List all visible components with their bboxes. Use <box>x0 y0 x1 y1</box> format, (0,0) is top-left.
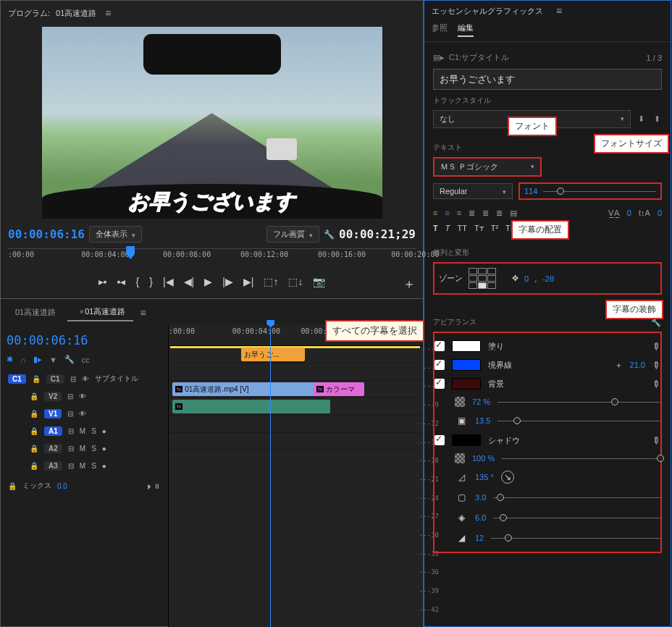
timeline-tab-active[interactable]: 01高速道路 <box>67 303 133 321</box>
font-size-slider[interactable] <box>543 188 656 195</box>
shadow-blur-value[interactable]: 12 <box>475 534 484 542</box>
track-v2[interactable]: V2 <box>44 392 62 401</box>
track-c1[interactable]: C1 <box>8 374 26 384</box>
step-back-button[interactable]: ◀| <box>184 276 195 287</box>
shadow-distance-slider[interactable] <box>493 494 660 501</box>
button-editor-icon[interactable]: ＋ <box>403 275 416 293</box>
shadow-swatch[interactable] <box>452 434 481 446</box>
go-in-button[interactable]: |◀ <box>163 276 174 287</box>
sync-lock-icon[interactable]: ⊟ <box>68 445 74 453</box>
add-stroke-icon[interactable]: ＋ <box>615 360 623 371</box>
mark-in-button[interactable]: ▸▪ <box>98 276 107 287</box>
faux-italic-icon[interactable]: T <box>445 224 450 233</box>
bg-checkbox[interactable] <box>434 379 445 389</box>
quality-select[interactable]: フル画質 <box>266 226 319 243</box>
fill-swatch[interactable] <box>452 340 481 352</box>
position-icon[interactable]: ✥ <box>512 274 518 283</box>
mute-button[interactable]: M <box>80 462 85 470</box>
solo-button[interactable]: S <box>91 462 96 470</box>
zoom-select[interactable]: 全体表示 <box>89 226 142 243</box>
lock-icon[interactable] <box>30 445 38 453</box>
shadow-blur-slider[interactable] <box>491 534 660 542</box>
allcaps-icon[interactable]: TT <box>457 224 466 233</box>
bg-swatch[interactable] <box>452 378 481 390</box>
mark-clip-button[interactable]: { <box>136 276 140 287</box>
angle-dial-icon[interactable]: ↘ <box>501 471 514 484</box>
linked-selection-icon[interactable]: ∩ <box>20 355 26 364</box>
pos-y[interactable]: -28 <box>542 274 554 283</box>
bg-size-value[interactable]: 13.5 <box>475 416 490 425</box>
subtitle-clip[interactable]: お早うご... <box>241 348 305 361</box>
stroke-swatch[interactable] <box>452 359 481 371</box>
program-timecode-in[interactable]: 00:00:06:16 <box>8 227 85 241</box>
track-row-v2[interactable] <box>169 363 423 381</box>
panel-menu-icon[interactable] <box>102 7 114 19</box>
audio-clip[interactable]: fx <box>172 400 330 413</box>
panel-menu-icon[interactable] <box>138 307 149 319</box>
sync-lock-icon[interactable]: ⊟ <box>67 392 73 400</box>
font-size-value[interactable]: 114 <box>524 187 537 195</box>
panel-menu-icon[interactable] <box>553 5 565 17</box>
lock-icon[interactable] <box>30 427 38 435</box>
tracking-value[interactable]: 0 <box>627 209 631 218</box>
program-viewport[interactable]: お早うございます <box>42 27 382 219</box>
tracking-icon[interactable]: V̲A̲ <box>608 209 620 218</box>
stroke-checkbox[interactable] <box>434 360 445 370</box>
fill-checkbox[interactable] <box>434 341 445 351</box>
mark-out-button[interactable]: ▪◂ <box>117 276 126 287</box>
bg-size-slider[interactable] <box>497 417 660 424</box>
eye-icon[interactable] <box>79 392 86 400</box>
eyedropper-icon[interactable] <box>652 360 660 371</box>
marker-icon[interactable]: ▮▸ <box>33 355 42 364</box>
timeline-timecode[interactable]: 00:00:06:16 <box>7 333 162 348</box>
shadow-angle-value[interactable]: 135 ° <box>475 473 494 481</box>
eyedropper-icon[interactable] <box>652 341 660 352</box>
baseline-icon[interactable]: t↕A <box>639 209 650 218</box>
lock-icon[interactable] <box>30 410 38 418</box>
play-button[interactable]: ▶ <box>204 276 212 287</box>
voiceover-button[interactable]: ⏵⏸ <box>146 482 161 490</box>
program-ruler[interactable]: :00:00 00:00:04:00 00:00:08:00 00:00:12:… <box>8 248 416 269</box>
sync-lock-icon[interactable]: ⊟ <box>68 462 74 470</box>
shadow-opacity-value[interactable]: 100 % <box>472 454 495 463</box>
mute-button[interactable]: M <box>80 445 85 453</box>
voiceover-button[interactable]: ● <box>102 427 106 435</box>
track-a1[interactable]: A1 <box>44 426 62 436</box>
pos-x[interactable]: 0 <box>524 274 529 283</box>
lock-icon[interactable] <box>32 375 41 383</box>
colormatte-clip[interactable]: fxカラーマ <box>314 382 364 396</box>
timeline-tracks[interactable]: :00:00 00:00:04:00 00:00:08:00 お早うご... f… <box>169 324 423 627</box>
cc-toggle[interactable]: ⊟ <box>70 375 76 383</box>
justify-last-right-icon[interactable]: ≣ <box>496 209 503 218</box>
stroke-width-value[interactable]: 21.0 <box>630 361 645 369</box>
justify-last-left-icon[interactable]: ≣ <box>482 209 489 218</box>
shadow-distance-value[interactable]: 3.0 <box>475 493 486 502</box>
faux-bold-icon[interactable]: T <box>433 224 438 233</box>
track-a3[interactable]: A3 <box>44 461 62 471</box>
bg-opacity-slider[interactable] <box>497 398 660 405</box>
lock-icon[interactable] <box>8 482 17 490</box>
shadow-size-value[interactable]: 6.0 <box>475 513 486 522</box>
eyedropper-icon[interactable] <box>652 379 660 390</box>
shadow-opacity-slider[interactable] <box>502 455 660 462</box>
justify-all-icon[interactable]: ▤ <box>510 209 517 218</box>
subtitle-text-input[interactable] <box>433 69 662 90</box>
font-select[interactable]: ＭＳ Ｐゴシック <box>433 157 542 177</box>
download-style-icon[interactable]: ⬇ <box>637 114 647 124</box>
extract-button[interactable]: ⬚↓ <box>288 276 303 287</box>
timeline-tab[interactable]: 01高速道路 <box>8 304 63 321</box>
upload-style-icon[interactable]: ⬆ <box>652 114 662 124</box>
mute-button[interactable]: M <box>80 427 85 435</box>
track-row-c1[interactable]: お早うご... <box>169 346 423 363</box>
lock-icon[interactable] <box>30 392 38 400</box>
settings-icon[interactable] <box>324 230 335 240</box>
solo-button[interactable]: S <box>91 427 96 435</box>
eye-icon[interactable] <box>79 410 86 418</box>
voiceover-button[interactable]: ● <box>102 462 106 470</box>
mix-value[interactable]: 0.0 <box>57 482 67 490</box>
go-out-button[interactable]: ▶| <box>243 276 254 287</box>
settings-icon[interactable]: ▼ <box>49 355 57 364</box>
shadow-checkbox[interactable] <box>434 435 445 445</box>
shadow-size-slider[interactable] <box>493 514 660 521</box>
smallcaps-icon[interactable]: Tᴛ <box>474 224 484 233</box>
